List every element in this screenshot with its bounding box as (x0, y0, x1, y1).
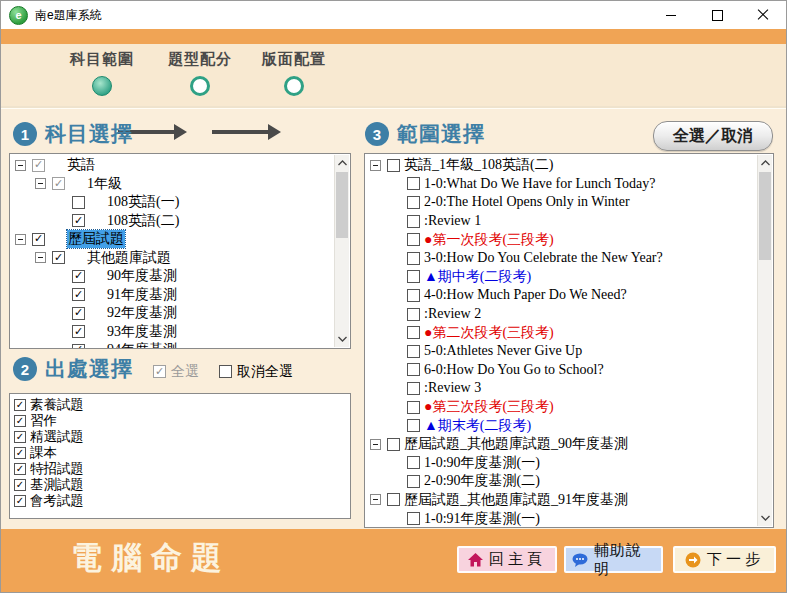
checkbox[interactable] (407, 382, 420, 395)
tree-item[interactable]: 108英語(一) (10, 193, 335, 212)
next-step-button[interactable]: 下一步 (673, 546, 776, 573)
source-list-item[interactable]: 習作 (14, 413, 350, 429)
expand-minus-icon[interactable] (370, 160, 381, 171)
tree-item-label[interactable]: 5-0:Athletes Never Give Up (424, 343, 582, 359)
scrollbar-up-icon[interactable] (758, 155, 772, 171)
tree-item[interactable]: ▲期末考(二段考) (365, 416, 758, 435)
tree-item[interactable]: 歷屆試題 (10, 230, 335, 249)
tree-item-label[interactable]: ▲期末考(二段考) (424, 417, 531, 435)
tree-item[interactable]: :Review 3 (365, 379, 758, 398)
scrollbar[interactable] (757, 155, 772, 526)
checkbox[interactable] (14, 447, 26, 459)
tree-item-label[interactable]: 94年度基測 (107, 341, 177, 348)
checkbox[interactable] (387, 493, 400, 506)
checkbox[interactable] (14, 463, 26, 475)
tree-item[interactable]: 英語_1年級_108英語(二) (365, 156, 758, 175)
tree-item[interactable]: 1-0:91年度基測(一) (365, 509, 758, 527)
minimize-button[interactable] (648, 1, 694, 29)
tree-item[interactable]: 英語 (10, 156, 335, 175)
tree-item[interactable]: ▲期中考(二段考) (365, 268, 758, 287)
tree-item[interactable]: 93年度基測 (10, 323, 335, 342)
tree-item-label[interactable]: 2-0:90年度基測(二) (424, 472, 540, 490)
checkbox[interactable] (407, 326, 420, 339)
checkbox[interactable] (32, 233, 45, 246)
expand-minus-icon[interactable] (370, 439, 381, 450)
tree-item[interactable]: 歷屆試題_其他題庫試題_90年度基測 (365, 435, 758, 454)
tree-item-label[interactable]: 92年度基測 (107, 304, 177, 322)
source-item-label[interactable]: 會考試題 (30, 492, 84, 510)
checkbox[interactable] (407, 512, 420, 525)
tree-item-label[interactable]: 90年度基測 (107, 267, 177, 285)
tree-item[interactable]: :Review 1 (365, 212, 758, 231)
expand-minus-icon[interactable] (15, 160, 26, 171)
tree-item[interactable]: ●第三次段考(三段考) (365, 398, 758, 417)
checkbox[interactable] (407, 308, 420, 321)
checkbox[interactable] (72, 270, 85, 283)
tree-item-label[interactable]: 108英語(二) (107, 212, 179, 230)
checkbox[interactable] (14, 479, 26, 491)
tree-item[interactable]: 91年度基測 (10, 286, 335, 305)
scrollbar-down-icon[interactable] (758, 510, 772, 526)
expand-minus-icon[interactable] (370, 494, 381, 505)
tree-item-label[interactable]: 歷屆試題_其他題庫試題_91年度基測 (404, 491, 628, 509)
close-button[interactable] (740, 1, 786, 29)
tree-item-label[interactable]: 6-0:How Do You Go to School? (424, 362, 604, 378)
tree-item[interactable]: 2-0:90年度基測(二) (365, 472, 758, 491)
checkbox[interactable] (72, 214, 85, 227)
checkbox[interactable] (52, 177, 65, 190)
scrollbar-up-icon[interactable] (335, 155, 349, 171)
scrollbar-down-icon[interactable] (335, 331, 349, 347)
checkbox[interactable] (72, 288, 85, 301)
tree-item[interactable]: 92年度基測 (10, 304, 335, 323)
expand-minus-icon[interactable] (35, 252, 46, 263)
tree-item-label[interactable]: :Review 1 (424, 213, 481, 229)
tree-item-label[interactable]: ●第三次段考(三段考) (424, 398, 554, 416)
checkbox[interactable] (407, 475, 420, 488)
tree-item[interactable]: 1-0:90年度基測(一) (365, 454, 758, 473)
checkbox[interactable] (407, 456, 420, 469)
checkbox[interactable] (72, 344, 85, 348)
tree-item-label[interactable]: 93年度基測 (107, 323, 177, 341)
select-all-toggle-button[interactable]: 全選／取消 (653, 121, 773, 151)
expand-minus-icon[interactable] (35, 178, 46, 189)
select-all-checkbox[interactable] (153, 365, 166, 378)
checkbox[interactable] (407, 233, 420, 246)
tree-item[interactable]: 3-0:How Do You Celebrate the New Year? (365, 249, 758, 268)
tree-item-label[interactable]: 1-0:What Do We Have for Lunch Today? (424, 176, 655, 192)
checkbox[interactable] (14, 415, 26, 427)
step-circle-active-icon[interactable] (92, 76, 112, 96)
checkbox[interactable] (407, 345, 420, 358)
tree-item-label[interactable]: :Review 2 (424, 306, 481, 322)
deselect-all-checkbox[interactable] (219, 365, 232, 378)
help-button[interactable]: 輔助說明 (564, 546, 663, 573)
source-list-item[interactable]: 特招試題 (14, 461, 350, 477)
tree-item-label[interactable]: ●第二次段考(三段考) (424, 324, 554, 342)
tree-item-label[interactable]: 91年度基測 (107, 286, 177, 304)
checkbox[interactable] (407, 215, 420, 228)
home-button[interactable]: 回主頁 (457, 546, 557, 573)
tree-item[interactable]: 1-0:What Do We Have for Lunch Today? (365, 175, 758, 194)
checkbox[interactable] (407, 270, 420, 283)
source-list-item[interactable]: 精選試題 (14, 429, 350, 445)
tree-item[interactable]: ●第二次段考(三段考) (365, 323, 758, 342)
expand-minus-icon[interactable] (15, 234, 26, 245)
source-list-item[interactable]: 基測試題 (14, 477, 350, 493)
tree-item-label[interactable]: 4-0:How Much Paper Do We Need? (424, 287, 627, 303)
tree-item-label[interactable]: 歷屆試題 (67, 230, 125, 248)
tree-item-label[interactable]: 1年級 (87, 175, 122, 193)
tree-item[interactable]: 5-0:Athletes Never Give Up (365, 342, 758, 361)
tree-item[interactable]: 94年度基測 (10, 341, 335, 348)
tree-item-label[interactable]: 1-0:90年度基測(一) (424, 454, 540, 472)
tree-item[interactable]: 1年級 (10, 175, 335, 194)
checkbox[interactable] (387, 438, 400, 451)
checkbox[interactable] (407, 289, 420, 302)
scrollbar-thumb[interactable] (336, 172, 348, 238)
checkbox[interactable] (14, 431, 26, 443)
tree-item-label[interactable]: 108英語(一) (107, 193, 179, 211)
checkbox[interactable] (52, 251, 65, 264)
step-circle-icon[interactable] (284, 76, 304, 96)
tree-item[interactable]: 108英語(二) (10, 212, 335, 231)
checkbox[interactable] (407, 419, 420, 432)
tree-item[interactable]: 6-0:How Do You Go to School? (365, 361, 758, 380)
tree-item[interactable]: ●第一次段考(三段考) (365, 230, 758, 249)
